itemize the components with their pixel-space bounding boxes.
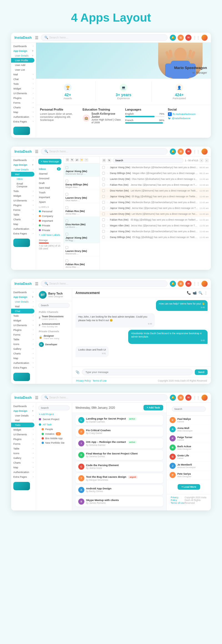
s2-userdetails[interactable]: User Details › xyxy=(11,167,36,172)
phone-icon[interactable]: 📞 xyxy=(187,291,191,295)
privacy-link-4[interactable]: Privacy Policy xyxy=(171,496,178,502)
s3-map[interactable]: Map › xyxy=(11,356,36,361)
todo-task-item[interactable]: T Test the Bug that causes designurgent … xyxy=(75,473,163,483)
grid-icon-2[interactable]: ⊞ xyxy=(178,149,184,155)
mail-check-8[interactable] xyxy=(102,213,105,215)
add-task-btn[interactable]: + Add Task xyxy=(143,405,163,410)
star-icon-2[interactable]: ☆ xyxy=(106,178,109,180)
todo-sub-people[interactable]: People xyxy=(36,427,72,431)
team-member-item[interactable]: P Paul Maliye trainee xyxy=(167,416,211,425)
hamburger-4[interactable]: ☰ xyxy=(35,395,39,400)
team-member-item[interactable]: G Grete Life trainer xyxy=(167,452,211,461)
sidebar-dashboards[interactable]: Dashboards › xyxy=(11,44,36,48)
refresh-btn[interactable]: ↻ xyxy=(70,158,74,162)
avatar-1[interactable] xyxy=(201,35,208,41)
mail-row[interactable]: ☆ Fabian Ros (Me) Eli Bigg (@elibibgg) h… xyxy=(100,217,211,223)
s2-compose[interactable]: Email Compose xyxy=(11,181,36,189)
mail-row[interactable]: ☆ Japcur Xiong (Me) Mackenzie Barrys (@M… xyxy=(100,165,211,170)
search-bar-2[interactable]: 🔍 Search here... xyxy=(41,148,168,155)
social-facebook[interactable]: f fb.me/nataliledovson xyxy=(168,112,207,116)
sidebar-ui[interactable]: UI Elements › xyxy=(11,91,36,96)
s2-table[interactable]: Table › xyxy=(11,212,36,217)
s3-auth[interactable]: Authentication › xyxy=(11,361,36,365)
mail-check-11[interactable] xyxy=(102,230,105,233)
s3-ui[interactable]: UI Elements › xyxy=(11,323,36,328)
todo-task-item[interactable]: F Final Meetup for the Secret Project Cl… xyxy=(75,450,163,460)
attach-icon[interactable]: 📎 xyxy=(75,370,80,374)
star-icon-3[interactable]: ☆ xyxy=(106,183,109,186)
mail-check-9[interactable] xyxy=(102,218,105,221)
star-icon-1[interactable]: ☆ xyxy=(106,172,109,175)
mail-list-item[interactable]: Japcur Xiong (Me) Eli Bigg ... xyxy=(64,230,100,243)
label-personal[interactable]: Personal xyxy=(36,209,64,214)
todo-sub-portfolio[interactable]: New Portfolio Ste xyxy=(36,441,72,445)
project-secret[interactable]: Secret Project xyxy=(36,416,72,422)
sidebar-auth[interactable]: Authentication › xyxy=(11,114,36,119)
video-icon[interactable]: 📹 xyxy=(193,291,197,295)
star-icon-9[interactable]: ☆ xyxy=(106,218,109,221)
star-icon-12[interactable]: ☆ xyxy=(106,236,109,239)
s4-gallery[interactable]: Gallery › xyxy=(11,456,36,460)
prev-page-btn[interactable]: ‹ xyxy=(200,159,203,162)
avatar-4[interactable] xyxy=(201,395,208,401)
s2-inbox[interactable]: Inbox xyxy=(11,177,36,181)
s3-plugins[interactable]: Plugins › xyxy=(11,328,36,332)
s3-forms[interactable]: Forms › xyxy=(11,332,36,337)
todo-task-item[interactable]: i iOS App – Redesign the contactactive b… xyxy=(75,438,163,448)
s4-ui[interactable]: UI Elements › xyxy=(11,432,36,437)
terms-link[interactable]: Terms of Use xyxy=(93,379,107,382)
mail-list-item[interactable]: Diva Horton (Me) Let Murre ... xyxy=(64,217,100,230)
s4-mail[interactable]: Mail › xyxy=(11,418,36,423)
channel-announcement[interactable]: # Announcement This Sunday we xyxy=(36,321,72,329)
dots-icon-4[interactable]: ⋮⋮ xyxy=(193,396,200,400)
mail-row[interactable]: ☆ Diva Horton (Me) Let Murre (@letmurre)… xyxy=(100,188,211,194)
todo-sub-brix[interactable]: Brix Mobile App xyxy=(36,436,72,441)
mail-main-search[interactable]: Search xyxy=(113,158,183,163)
sidebar-todo[interactable]: Todo › xyxy=(11,81,36,86)
mail-nav-sent[interactable]: Sent Mail xyxy=(36,185,64,190)
next-page-btn[interactable]: › xyxy=(205,159,209,162)
sidebar-userprofile[interactable]: User Profile xyxy=(11,58,34,63)
avatar-2[interactable] xyxy=(201,149,208,155)
team-member-item[interactable]: B Barb Ackue Web Designer xyxy=(167,443,211,452)
label-add-new[interactable]: + Add New Labels xyxy=(36,232,64,237)
s2-ui[interactable]: UI Elements › xyxy=(11,198,36,203)
mail-row[interactable]: ☆ Japcur Xiong (Me) Jecna Mac (@jecnamac… xyxy=(100,205,211,211)
mail-check-10[interactable] xyxy=(102,224,105,227)
team-search[interactable] xyxy=(172,407,206,412)
grid-icon-1[interactable]: ⊞ xyxy=(178,35,184,41)
label-private1[interactable]: Private xyxy=(36,223,64,228)
dots-icon-1[interactable]: ⋮⋮ xyxy=(193,36,200,40)
mail-check-3[interactable] xyxy=(102,183,105,186)
s4-map[interactable]: Map › xyxy=(11,465,36,470)
mail-check-4[interactable] xyxy=(102,189,105,192)
notif-icon-2[interactable]: 🔔 xyxy=(170,149,176,155)
sidebar-userdetails[interactable]: User Details ∨ xyxy=(11,53,36,58)
folder-btn[interactable]: 📁 xyxy=(80,158,84,162)
mail-refresh-btn[interactable]: ↻ xyxy=(107,159,111,162)
star-icon-4[interactable]: ☆ xyxy=(106,189,109,192)
s4-icons[interactable]: Icons › xyxy=(11,451,36,456)
mail-row[interactable]: ☆ Daray Billings (Me) Megan Allen (@mega… xyxy=(100,170,211,176)
search-bar-1[interactable]: 🔍 Search here... xyxy=(41,34,168,41)
mail-check-0[interactable] xyxy=(102,166,105,169)
s3-widget[interactable]: Widget › xyxy=(11,318,36,323)
sidebar-widget[interactable]: Widget › xyxy=(11,86,36,91)
s3-chat[interactable]: Chat xyxy=(11,309,34,313)
s3-table[interactable]: Table › xyxy=(11,337,36,342)
channel-designer[interactable]: 🔒 designer There are many xyxy=(36,333,72,341)
mail-select-btn[interactable]: ☐ xyxy=(102,159,106,162)
todo-task-item[interactable]: L Landing page for Secret Projectactive … xyxy=(75,415,163,425)
hamburger-2[interactable]: ☰ xyxy=(35,149,39,154)
send-button[interactable]: Send xyxy=(195,369,208,375)
team-member-item[interactable]: J Jo Memberli Android Developer xyxy=(167,461,211,471)
todo-task-item[interactable]: S Skype Meetup with clients by James Rom… xyxy=(75,497,163,507)
sidebar-plugins[interactable]: Plugins › xyxy=(11,96,36,100)
sidebar-map[interactable]: Map › xyxy=(11,110,36,114)
s3-mail[interactable]: Mail › xyxy=(11,304,36,309)
dots-icon-2[interactable]: ⋮⋮ xyxy=(193,150,200,154)
s3-todo[interactable]: Todo › xyxy=(11,313,36,318)
s2-appdesign[interactable]: App Design ∨ xyxy=(11,162,36,167)
mail-row[interactable]: ☆ Japcur Xiong (Me) Eli Bigg (@elibibgg)… xyxy=(100,194,211,200)
mail-row[interactable]: ☆ Lauren Drury (Me) Let Murre (@letmurre… xyxy=(100,211,211,217)
